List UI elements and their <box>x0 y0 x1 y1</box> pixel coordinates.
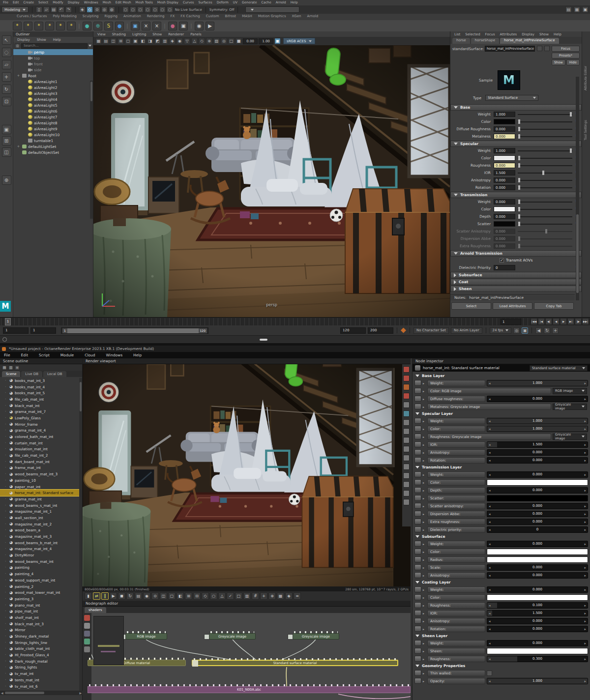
parameter-slider[interactable]: 0.000 ◂ ▸ <box>487 626 588 632</box>
expander-icon[interactable]: ▸ <box>423 473 426 476</box>
outliner-tab[interactable]: Live DB <box>21 371 42 377</box>
render-toolbar-icon[interactable]: ⊟ <box>193 592 201 600</box>
section-header[interactable]: Coat <box>450 279 582 285</box>
nodegraph-canvas[interactable]: RGB image Greyscale image Greyscale imag… <box>83 613 411 700</box>
node-tab[interactable]: horse_mat_intPreviewSurface <box>500 38 559 44</box>
node-pin-icon[interactable] <box>414 610 421 616</box>
splitter-handle[interactable] <box>260 339 267 341</box>
decrement-icon[interactable]: ◂ <box>489 381 491 385</box>
material-item[interactable]: · ◕ dart_board_mat_int <box>0 459 82 465</box>
playback-button[interactable]: |◀◀ <box>531 318 537 325</box>
material-item[interactable]: · ◕ books_mat_int_4 <box>0 384 82 390</box>
node-pin-icon[interactable] <box>414 388 421 394</box>
render-toolbar-icon[interactable]: ✓ <box>227 592 234 600</box>
parameter-slider[interactable]: 1.000 ◂ ▸ <box>487 426 588 432</box>
shelf-icon[interactable]: ● <box>83 22 91 30</box>
attribute-slider[interactable] <box>518 155 572 161</box>
menu-item[interactable]: Generate <box>242 0 257 5</box>
scroll-right-icon[interactable]: ▶ <box>79 691 82 695</box>
checkbox[interactable] <box>487 671 492 676</box>
range-end-grip[interactable]: 120 <box>199 328 207 333</box>
expander-icon[interactable]: ▸ <box>423 435 426 438</box>
scene-outline-title[interactable]: Scene outline <box>0 358 82 364</box>
viewport-icon[interactable]: ▥ <box>162 38 168 44</box>
expander-icon[interactable]: ▸ <box>423 443 426 446</box>
attribute-value-field[interactable]: 0 <box>494 265 515 270</box>
side-tool-icon[interactable] <box>403 446 410 452</box>
menu-item[interactable]: Select <box>38 0 48 5</box>
increment-icon[interactable]: ▸ <box>584 443 586 447</box>
color-bar[interactable] <box>487 549 588 555</box>
attribute-slider[interactable] <box>518 177 572 183</box>
material-item[interactable]: · ◕ painting_4 <box>0 571 82 577</box>
attribute-slider[interactable] <box>518 119 572 124</box>
node-pin-icon[interactable] <box>414 441 421 447</box>
color-bar[interactable] <box>487 556 588 563</box>
expander-icon[interactable]: ▸ <box>423 627 426 631</box>
increment-icon[interactable]: ▸ <box>584 520 586 524</box>
toolbar-icon[interactable]: ▱ <box>43 6 50 13</box>
parameter-slider[interactable]: 0.000 ◂ ▸ <box>487 396 588 402</box>
menu-item[interactable]: Curves <box>183 0 194 5</box>
viewport-icon[interactable]: ▢ <box>125 38 131 44</box>
section-header[interactable]: Subsurface <box>414 533 588 540</box>
material-item[interactable]: · ◕ wood_beams_s_mat_int <box>0 502 82 509</box>
parameter-slider[interactable]: 0.000 ◂ ▸ <box>487 449 588 456</box>
viewport-icon[interactable]: ▽ <box>184 38 190 44</box>
command-icon[interactable] <box>2 337 7 342</box>
symmetry-label[interactable]: Symmetry: Off <box>209 8 235 12</box>
decrement-icon[interactable]: ◂ <box>489 619 491 623</box>
material-item[interactable]: · ◕ colored_bath_mat_int <box>0 434 82 440</box>
attribute-value-field[interactable]: 0.000 <box>494 199 515 204</box>
outliner-hscrollbar[interactable]: ◀▶ <box>0 691 83 695</box>
side-tool-icon[interactable] <box>403 481 410 488</box>
attribute-value-field[interactable]: 0.000 <box>494 163 515 168</box>
checkbox[interactable] <box>500 258 504 262</box>
viewport-icon[interactable]: ◇ <box>199 38 205 44</box>
nodegraph-editor-title[interactable]: Nodegraph editor <box>83 601 411 607</box>
outliner-item[interactable]: persp <box>13 49 93 55</box>
decrement-icon[interactable]: ◂ <box>489 574 491 578</box>
material-item[interactable]: · ◕ painting_3 <box>0 596 82 602</box>
material-item[interactable]: · ◕ Mirror_frame <box>0 421 82 428</box>
parameter-slider[interactable]: 0.000 ◂ ▸ <box>487 457 588 464</box>
decrement-icon[interactable]: ◂ <box>489 542 491 546</box>
material-item[interactable]: · ◕ magazine_mat_int_3 <box>0 533 82 540</box>
parameter-slider[interactable]: 0.000 ◂ ▸ <box>487 471 588 478</box>
attribute-slider[interactable] <box>518 206 572 212</box>
node-pin-icon[interactable] <box>414 541 421 547</box>
render-toolbar-icon[interactable]: ▶ <box>110 592 117 600</box>
node-pin-icon[interactable] <box>414 434 421 439</box>
increment-icon[interactable]: ▸ <box>584 588 586 592</box>
texture-dropdown[interactable]: RGB image <box>553 388 587 394</box>
shelf-icon[interactable]: ◉ <box>195 22 204 30</box>
outliner-item[interactable]: aiAreaLight3 <box>13 90 93 96</box>
material-item[interactable]: · ◕ pipe_mat_int <box>0 608 82 614</box>
parameter-slider[interactable]: 0.000 ◂ ▸ <box>487 618 588 624</box>
side-tool-icon[interactable] <box>403 393 410 399</box>
menu-item[interactable]: Deform <box>217 0 229 5</box>
exposure-field[interactable]: 0.00 <box>243 38 258 44</box>
view-transform-dropdown[interactable]: sRGB ACES <box>283 38 315 44</box>
decrement-icon[interactable]: ◂ <box>489 459 491 463</box>
attribute-slider[interactable] <box>518 163 572 168</box>
menu-item[interactable]: Arnold <box>276 0 286 5</box>
node-pin-icon[interactable] <box>414 618 421 624</box>
expander-icon[interactable]: ▸ <box>423 496 426 500</box>
material-item[interactable]: · ◕ DirtyMirror <box>0 552 82 558</box>
attribute-value-field[interactable]: 0.000 <box>494 126 515 132</box>
outliner-item[interactable]: side <box>13 67 93 73</box>
attribute-slider[interactable] <box>518 236 572 241</box>
filter-icon[interactable]: ◎ <box>15 43 20 49</box>
increment-icon[interactable]: ▸ <box>584 542 586 546</box>
node-mesh[interactable]: K01_N00A.abc <box>88 686 411 693</box>
viewport-icon[interactable]: ⊞ <box>118 38 124 44</box>
shelf-icon[interactable]: * <box>13 22 22 30</box>
outliner-tab[interactable]: Local DB <box>43 371 66 377</box>
attribute-editor-scrollbar[interactable] <box>576 77 579 300</box>
material-item[interactable]: · ◕ tents_mat_int <box>0 677 82 683</box>
viewport-icon[interactable]: ▣ <box>132 38 139 44</box>
node-greyscale-image[interactable]: Greyscale image <box>209 633 256 640</box>
notes-value[interactable]: horse_mat_intPreviewSurface <box>469 295 524 300</box>
focus-button[interactable]: Focus <box>552 46 580 52</box>
